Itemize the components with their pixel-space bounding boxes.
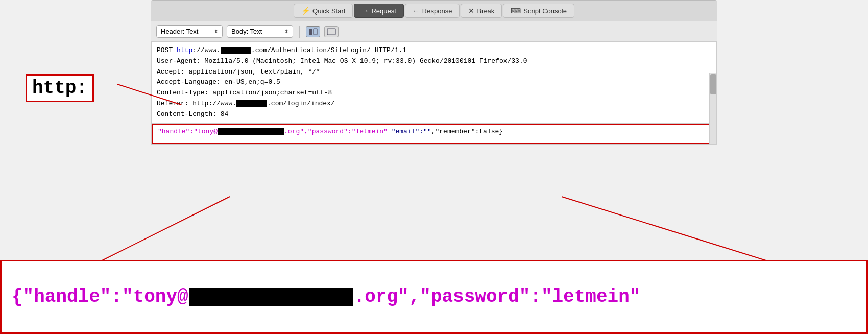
svg-rect-0 [309, 29, 312, 35]
bottom-text-suffix: .org","password":"letmein" [354, 287, 641, 307]
header-dropdown-arrow: ⬍ [214, 29, 218, 34]
split-view-icon [308, 28, 318, 35]
body-comma: ,"remember":false} [431, 128, 503, 135]
header-line-5: Content-Type: application/json;charset=u… [157, 88, 711, 99]
tab-bar: ⚡ Quick Start → Request ← Response ✕ Bre… [151, 1, 717, 21]
header-line-3: Accept: application/json, text/plain, */… [157, 67, 711, 78]
tab-request[interactable]: → Request [354, 4, 403, 18]
tab-break[interactable]: ✕ Break [461, 4, 502, 18]
body-email-key: "email":"" [392, 128, 431, 135]
header-line-6: Referer: http://www..com/login/index/ [157, 99, 711, 109]
body-handle-suffix: .org","password":"letmein" [284, 128, 388, 135]
bottom-json-text: {"handle":"tony@.org","password":"letmei… [12, 287, 640, 307]
svg-line-4 [102, 197, 230, 260]
x-icon: ✕ [468, 7, 474, 15]
request-body-section[interactable]: "handle":"tony@.org","password":"letmein… [152, 124, 716, 144]
bottom-redacted-email [189, 288, 353, 306]
body-dropdown[interactable]: Body: Text ⬍ [227, 25, 293, 38]
body-dropdown-arrow: ⬍ [284, 29, 288, 34]
header-dropdown[interactable]: Header: Text ⬍ [156, 25, 223, 38]
lightning-icon: ⚡ [301, 7, 310, 15]
header-line-7: Content-Length: 84 [157, 109, 711, 120]
tab-response[interactable]: ← Response [405, 4, 460, 18]
redacted-domain-2 [236, 100, 267, 107]
main-panel: ⚡ Quick Start → Request ← Response ✕ Bre… [151, 0, 717, 145]
header-line-1: POST http://www..com/Authentication/Site… [157, 45, 711, 56]
content-area: POST http://www..com/Authentication/Site… [151, 42, 717, 145]
request-header-section[interactable]: POST http://www..com/Authentication/Site… [152, 42, 716, 124]
redacted-domain-1 [221, 47, 251, 54]
svg-line-5 [562, 197, 766, 260]
arrow-right-icon: → [361, 7, 369, 15]
redacted-email [218, 128, 284, 135]
header-line-4: Accept-Language: en-US,en;q=0.5 [157, 77, 711, 88]
header-line-2: User-Agent: Mozilla/5.0 (Macintosh; Inte… [157, 56, 711, 67]
tab-quick-start[interactable]: ⚡ Quick Start [294, 4, 353, 18]
view-single-button[interactable] [324, 26, 339, 37]
tab-script-console[interactable]: ⌨ Script Console [503, 4, 574, 18]
scrollbar[interactable] [709, 73, 716, 144]
body-handle-key: "handle": [158, 128, 194, 135]
single-view-icon [327, 28, 336, 35]
toolbar-divider [299, 26, 300, 38]
svg-rect-1 [314, 29, 317, 35]
bottom-text-prefix: {"handle":"tony@ [12, 287, 188, 307]
svg-rect-2 [327, 29, 335, 35]
bottom-panel: {"handle":"tony@.org","password":"letmei… [0, 260, 868, 334]
view-split-button[interactable] [306, 26, 320, 37]
body-handle-prefix: "tony@ [194, 128, 218, 135]
arrow-left-icon: ← [413, 7, 420, 15]
http-label-box: http: [26, 74, 94, 102]
terminal-icon: ⌨ [511, 7, 521, 15]
toolbar: Header: Text ⬍ Body: Text ⬍ [151, 21, 717, 42]
scrollbar-thumb[interactable] [710, 74, 716, 94]
